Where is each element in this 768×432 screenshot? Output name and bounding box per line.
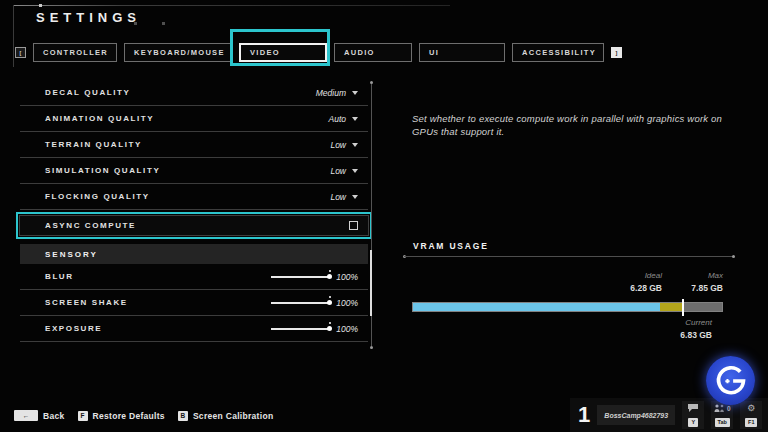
vram-current-label: Current (650, 317, 712, 329)
restore-defaults-key-icon[interactable]: F (78, 411, 88, 421)
chevron-down-icon (352, 91, 358, 95)
setting-row-flocking-quality[interactable]: FLOCKING QUALITY Low (20, 184, 368, 210)
video-settings-list: DECAL QUALITY Medium ANIMATION QUALITY A… (20, 80, 368, 342)
roster-icon: 0 (714, 404, 731, 412)
setting-label: SIMULATION QUALITY (45, 166, 160, 175)
screen-calibration-hint[interactable]: B Screen Calibration (178, 411, 274, 421)
setting-row-async-compute[interactable]: ASYNC COMPUTE (19, 215, 369, 236)
frame-dot (39, 4, 42, 7)
chevron-down-icon (352, 143, 358, 147)
slider-track[interactable] (271, 276, 329, 278)
next-tab-key-icon[interactable]: ] (611, 47, 622, 58)
slider-value: 100% (336, 298, 358, 308)
chevron-down-icon (352, 117, 358, 121)
setting-dropdown[interactable]: Medium (316, 88, 358, 98)
setting-value: Low (330, 140, 346, 150)
slider-tick (329, 322, 331, 324)
setting-dropdown[interactable]: Low (330, 140, 358, 150)
setting-label: TERRAIN QUALITY (45, 140, 142, 149)
back-key-icon[interactable]: ← (14, 410, 38, 421)
setting-row-terrain-quality[interactable]: TERRAIN QUALITY Low (20, 132, 368, 158)
vram-bar-over-ideal-segment (660, 303, 682, 311)
tab-video[interactable]: VIDEO (239, 43, 327, 62)
slider-tick (329, 270, 331, 272)
slider-thumb[interactable] (327, 326, 332, 331)
restore-defaults-label: Restore Defaults (93, 411, 165, 421)
vram-current-marker-labels: Current 6.83 GB (650, 317, 712, 341)
options-key-icon[interactable]: F1 (745, 418, 757, 427)
setting-dropdown[interactable]: Low (330, 192, 358, 202)
back-label: Back (43, 411, 65, 421)
prev-tab-key-icon[interactable]: [ (15, 47, 26, 58)
chevron-down-icon (352, 169, 358, 173)
slider-thumb[interactable] (327, 300, 332, 305)
chat-tile[interactable]: Y (682, 401, 704, 429)
setting-row-animation-quality[interactable]: ANIMATION QUALITY Auto (20, 106, 368, 132)
async-compute-checkbox[interactable] (349, 221, 358, 230)
vram-divider-line (404, 256, 734, 257)
async-compute-highlight-box: ASYNC COMPUTE (16, 212, 372, 239)
setting-value: Auto (329, 114, 347, 124)
player-count: 1 (578, 404, 590, 426)
back-hint[interactable]: ← Back (14, 410, 65, 421)
setting-label: FLOCKING QUALITY (45, 192, 150, 201)
setting-label: DECAL QUALITY (45, 88, 131, 97)
screen-shake-slider[interactable]: 100% (271, 298, 358, 308)
scrollbar-thumb[interactable] (370, 250, 372, 316)
setting-row-decal-quality[interactable]: DECAL QUALITY Medium (20, 80, 368, 106)
slider-track[interactable] (271, 328, 329, 330)
setting-row-simulation-quality[interactable]: SIMULATION QUALITY Low (20, 158, 368, 184)
roster-tile[interactable]: 0 Tab (711, 401, 733, 429)
vram-ideal-marker-labels: Ideal 6.28 GB (598, 270, 662, 294)
vram-usage-bar (412, 302, 723, 312)
vram-ideal-value: 6.28 GB (598, 282, 662, 294)
gear-icon: ⚙ (747, 404, 755, 413)
logo-g-glyph (714, 364, 748, 398)
slider-value: 100% (336, 272, 358, 282)
vram-max-marker-labels: Max 7.85 GB (659, 270, 723, 294)
gamertweak-logo (706, 356, 755, 405)
tab-ui[interactable]: UI (419, 43, 505, 62)
tab-accessibility[interactable]: ACCESSIBILITY (512, 43, 604, 62)
vram-usage-header: VRAM USAGE (413, 241, 489, 251)
setting-dropdown[interactable]: Low (330, 166, 358, 176)
setting-value: Low (330, 166, 346, 176)
setting-row-exposure[interactable]: EXPOSURE 100% (20, 316, 368, 342)
setting-value: Low (330, 192, 346, 202)
vram-bar-free-segment (682, 303, 722, 311)
roster-count: 0 (727, 405, 731, 412)
scrollbar-bottom-dot (370, 346, 373, 349)
restore-defaults-hint[interactable]: F Restore Defaults (78, 411, 165, 421)
setting-dropdown[interactable]: Auto (329, 114, 359, 124)
player-name-box[interactable]: BossCamp4682793 (597, 405, 675, 425)
title-dot (134, 22, 137, 25)
options-tile[interactable]: ⚙ F1 (740, 401, 762, 429)
chat-icon (688, 404, 698, 412)
vram-max-label: Max (659, 270, 723, 282)
tab-controller[interactable]: CONTROLLER (33, 43, 117, 62)
page-title: SETTINGS (36, 10, 141, 25)
frame-line-vertical (13, 5, 14, 67)
exposure-slider[interactable]: 100% (271, 324, 358, 334)
vram-max-value: 7.85 GB (659, 282, 723, 294)
chat-key-icon[interactable]: Y (688, 418, 698, 427)
blur-slider[interactable]: 100% (271, 272, 358, 282)
roster-key-icon[interactable]: Tab (715, 418, 730, 427)
tab-audio[interactable]: AUDIO (334, 43, 412, 62)
setting-row-blur[interactable]: BLUR 100% (20, 264, 368, 290)
setting-row-screen-shake[interactable]: SCREEN SHAKE 100% (20, 290, 368, 316)
setting-description: Set whether to execute compute work in p… (412, 112, 730, 138)
settings-screen: SETTINGS [ CONTROLLER KEYBOARD/MOUSE VID… (0, 0, 768, 432)
frame-line-horizontal (13, 5, 450, 6)
vram-bar-used-segment (413, 303, 660, 311)
screen-calibration-label: Screen Calibration (193, 411, 274, 421)
setting-label: EXPOSURE (45, 324, 102, 333)
section-header-sensory: SENSORY (20, 244, 368, 264)
footer-key-hints: ← Back F Restore Defaults B Screen Calib… (14, 410, 273, 421)
tab-keyboard-mouse[interactable]: KEYBOARD/MOUSE (124, 43, 232, 62)
vram-divider-right-dot (732, 255, 735, 258)
slider-thumb[interactable] (327, 274, 332, 279)
screen-calibration-key-icon[interactable]: B (178, 411, 188, 421)
slider-track[interactable] (271, 302, 329, 304)
setting-label: BLUR (45, 272, 74, 281)
